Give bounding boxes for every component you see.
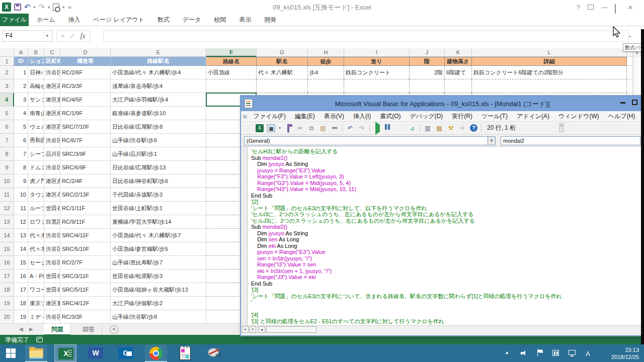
new-sheet-icon[interactable]: + (110, 325, 118, 334)
cell-B2[interactable]: 日神パ (28, 66, 44, 79)
row-header-16[interactable]: 16 (0, 256, 14, 269)
cell-A19[interactable]: 18 (14, 297, 28, 310)
cell-E14[interactable]: 小田急線/代々 木八幡駅/歩7 (111, 229, 206, 242)
paste-icon[interactable]: ▤ (319, 124, 327, 132)
cell-B11[interactable]: タウン (28, 188, 44, 202)
row-header-11[interactable]: 11 (0, 188, 14, 202)
code-pane[interactable]: 'セルH3に駅からの距離を記入するSub mondai1() Dim jyusy… (241, 147, 643, 325)
cell-E20[interactable]: 山手線/渋谷駅/歩8 (111, 310, 206, 324)
cell-B20[interactable]: ミディ (28, 310, 44, 324)
cell-D14[interactable]: SRC/4/11F (60, 229, 111, 242)
speaker-icon[interactable] (521, 350, 528, 356)
cell-E11[interactable]: 千代田線/赤坂駅/歩3 (111, 188, 206, 202)
redo-dropdown-icon[interactable]: ▾ (48, 5, 50, 10)
cell-E19[interactable]: 大江戸線/汐留駅/歩2 (111, 297, 206, 310)
qat-customize-icon[interactable]: ≂ (67, 5, 71, 10)
hscroll-thumb[interactable] (266, 326, 316, 333)
row-header-2[interactable]: 2 (0, 66, 14, 79)
minimize-icon[interactable]: — (602, 4, 608, 11)
vba-menu-item[interactable]: アドイン(A) (512, 112, 554, 121)
split-view-icon[interactable]: ≡ (242, 326, 249, 333)
cell-B6[interactable]: ヴェル (28, 120, 44, 134)
cell-H2[interactable]: 歩4 (308, 66, 344, 79)
cell-C3[interactable]: 港区高 (44, 79, 60, 93)
ribbon-tab[interactable]: 数式 (151, 14, 176, 26)
cell-C12[interactable]: 世田谷 (44, 202, 60, 215)
cell-C6[interactable]: 港区西 (44, 120, 60, 134)
sheet-prev-icon[interactable]: ◀ (19, 326, 23, 332)
sheet-tab-1[interactable]: 問題 (44, 324, 71, 335)
toolbox-icon[interactable]: ⚒ (447, 124, 455, 132)
cell-C11[interactable]: 港区赤 (44, 188, 60, 202)
insert-function-icon[interactable]: fx (80, 32, 86, 40)
column-header-G[interactable]: G (257, 48, 308, 57)
formula-input[interactable] (103, 30, 629, 42)
cell-C10[interactable]: 港区虎 (44, 174, 60, 188)
cell-A15[interactable]: 14 (14, 242, 28, 256)
cell-A11[interactable]: 10 (14, 188, 28, 202)
row-header-17[interactable]: 17 (0, 269, 14, 283)
cell-A5[interactable]: 4 (14, 107, 28, 120)
vba-menu-item[interactable]: ファイル(F) (249, 112, 290, 121)
run-icon[interactable] (373, 124, 381, 132)
design-mode-icon[interactable]: ⊿ (408, 124, 416, 132)
insert-object-dropdown-icon[interactable]: ▾ (279, 126, 281, 130)
cell-D16[interactable]: RC/2/7F (60, 256, 111, 269)
cell-B16[interactable]: セージ (28, 256, 44, 269)
network-icon[interactable] (569, 350, 576, 355)
row-header-14[interactable]: 14 (0, 229, 14, 242)
cell-D2[interactable]: RC/2/6F (60, 66, 111, 79)
vba-menu-item[interactable]: デバッグ(D) (406, 112, 448, 121)
column-header-D[interactable]: D (60, 48, 111, 57)
cell-L3[interactable] (472, 79, 627, 93)
row-header-15[interactable]: 15 (0, 242, 14, 256)
cell-A13[interactable]: 12 (14, 215, 28, 229)
column-header-K[interactable]: K (445, 48, 472, 57)
scroll-left-icon[interactable]: ◂ (258, 326, 265, 333)
cell-J2[interactable]: 2階 (410, 66, 445, 79)
cell-D15[interactable]: SRC/5/10F (60, 242, 111, 256)
row-header-5[interactable]: 5 (0, 107, 14, 120)
action-center-flag-icon[interactable] (537, 349, 543, 356)
column-header-B[interactable]: B (28, 48, 44, 57)
cell-A20[interactable]: 19 (14, 310, 28, 324)
row-header-4[interactable]: 4 (0, 93, 14, 107)
cell-E17[interactable]: 世田谷線/松原駅/歩3 (111, 269, 206, 283)
cell-E8[interactable]: 山手線/品川駅/歩1 (111, 147, 206, 161)
cell-A8[interactable]: 7 (14, 147, 28, 161)
ribbon-tab[interactable]: ページ レイアウト (87, 14, 151, 26)
cell-C14[interactable]: 渋谷区 (44, 229, 60, 242)
ime-indicator[interactable]: A (586, 350, 590, 357)
sheet-next-icon[interactable]: ▶ (29, 326, 33, 332)
row-header-13[interactable]: 13 (0, 215, 14, 229)
select-all-button[interactable] (0, 48, 14, 57)
cell-C7[interactable]: 渋谷区 (44, 134, 60, 147)
save-icon[interactable] (14, 4, 21, 11)
cell-B14[interactable]: 代々木 (28, 229, 44, 242)
cell-D10[interactable]: RC/2/4F (60, 174, 111, 188)
cell-C8[interactable]: 品川区 (44, 147, 60, 161)
cell-D7[interactable]: RC/6/7F (60, 134, 111, 147)
find-icon[interactable]: ⚯ (331, 124, 339, 132)
cell-I2[interactable]: 鉄筋コンクリート (344, 66, 410, 79)
undo-icon[interactable]: ↶ (24, 4, 31, 11)
help-icon[interactable]: ? (577, 4, 580, 11)
cell-H3[interactable] (308, 79, 344, 93)
cell-E3[interactable]: 浅草線/泉岳寺駅/歩4 (111, 79, 206, 93)
toolbar-options-icon[interactable]: ▾ (559, 123, 564, 132)
taskbar-snipping-button[interactable]: ✄ (203, 344, 225, 362)
row-header-12[interactable]: 12 (0, 202, 14, 215)
properties-window-icon[interactable]: ▤ (435, 124, 443, 132)
cell-B10[interactable]: 虎ノ門 (28, 174, 44, 188)
undo-dropdown-icon[interactable]: ▾ (34, 5, 36, 10)
cell-C2[interactable]: 渋谷区 (44, 66, 60, 79)
ribbon-tab[interactable]: 表示 (232, 14, 258, 26)
enter-formula-icon[interactable]: ✓ (70, 32, 75, 40)
cell-F3[interactable] (206, 79, 257, 93)
row-header-8[interactable]: 8 (0, 147, 14, 161)
vba-undo-icon[interactable]: ↶ (346, 124, 354, 132)
cell-A14[interactable]: 13 (14, 229, 28, 242)
row-header-3[interactable]: 3 (0, 79, 14, 93)
cell-M2[interactable] (627, 66, 633, 79)
split-view-icon-2[interactable]: ≡ (250, 326, 256, 333)
